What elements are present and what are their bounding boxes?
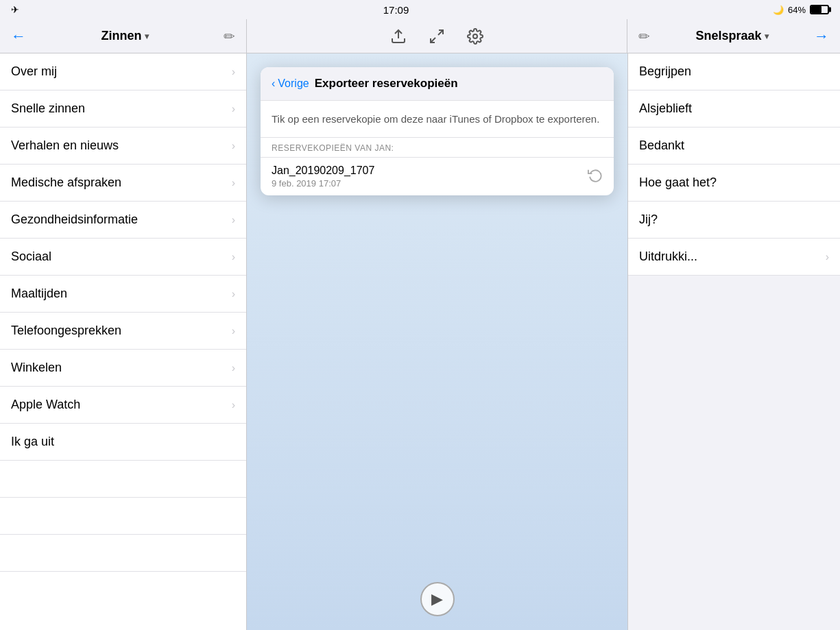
sidebar-item-winkelen[interactable]: Winkelen › [0, 350, 246, 387]
status-right: 🌙 64% [773, 5, 829, 15]
sidebar-item-empty-2 [0, 498, 246, 535]
zinnen-dropdown-arrow[interactable]: ▾ [145, 32, 149, 41]
right-item-alsjeblieft[interactable]: Alsjeblieft [628, 90, 840, 128]
chevron-icon: › [232, 399, 235, 411]
chevron-icon: › [232, 251, 235, 263]
clock: 17:09 [383, 4, 409, 16]
main-layout: ← Zinnen ▾ ✏ [0, 19, 840, 630]
export-section-header: RESERVEKOPIEËN VAN JAN: [261, 138, 614, 157]
sidebar-item-empty-3 [0, 535, 246, 572]
svg-line-1 [438, 30, 443, 35]
svg-point-3 [473, 34, 477, 38]
left-toolbar: ← Zinnen ▾ ✏ [0, 19, 247, 53]
sidebar-item-ik-ga-uit[interactable]: Ik ga uit [0, 424, 246, 461]
export-header: ‹ Vorige Exporteer reservekopieën [261, 67, 614, 101]
sidebar-item-over-mij[interactable]: Over mij › [0, 53, 246, 90]
right-chevron-icon: › [826, 251, 829, 263]
chevron-icon: › [232, 66, 235, 78]
gear-button[interactable] [463, 24, 488, 49]
sidebar-item-gezondheid[interactable]: Gezondheidsinformatie › [0, 202, 246, 239]
back-chevron-icon: ‹ [272, 77, 275, 90]
forward-icon[interactable]: → [814, 27, 829, 45]
moon-icon: 🌙 [773, 5, 784, 15]
right-edit-icon[interactable]: ✏ [638, 28, 650, 45]
svg-line-2 [431, 38, 435, 43]
right-toolbar: ✏ Snelspraak ▾ → [627, 19, 840, 53]
chevron-icon: › [232, 214, 235, 226]
sidebar-item-empty-1 [0, 461, 246, 498]
snelspraak-title: Snelspraak ▾ [695, 29, 768, 43]
chevron-icon: › [232, 103, 235, 115]
sidebar-item-maaltijden[interactable]: Maaltijden › [0, 276, 246, 313]
chevron-icon: › [232, 325, 235, 337]
sidebar-item-apple-watch[interactable]: Apple Watch › [0, 387, 246, 424]
sidebar-item-snelle-zinnen[interactable]: Snelle zinnen › [0, 90, 246, 128]
snelspraak-dropdown-arrow[interactable]: ▾ [765, 32, 769, 41]
chevron-icon: › [232, 288, 235, 300]
export-description: Tik op een reservekopie om deze naar iTu… [261, 101, 614, 138]
export-back-button[interactable]: ‹ Vorige [272, 77, 309, 90]
middle-panel: ‹ Vorige Exporteer reservekopieën Tik op… [247, 53, 627, 630]
left-sidebar: Over mij › Snelle zinnen › Verhalen en n… [0, 53, 247, 630]
right-item-jij[interactable]: Jij? [628, 202, 840, 239]
sidebar-item-medische[interactable]: Medische afspraken › [0, 165, 246, 202]
backup-date: 9 feb. 2019 17:07 [272, 178, 588, 189]
zinnen-title: Zinnen ▾ [101, 29, 149, 43]
history-icon [588, 167, 603, 186]
chevron-icon: › [232, 362, 235, 374]
middle-toolbar [247, 19, 627, 53]
right-item-begrijpen[interactable]: Begrijpen [628, 53, 840, 90]
sidebar-item-verhalen[interactable]: Verhalen en nieuws › [0, 128, 246, 165]
right-item-uitdrukki[interactable]: Uitdrukki... › [628, 239, 840, 276]
play-icon: ▶ [431, 590, 443, 608]
export-title: Exporteer reservekopieën [315, 77, 458, 90]
export-panel: ‹ Vorige Exporteer reservekopieën Tik op… [261, 67, 614, 195]
expand-button[interactable] [424, 24, 449, 49]
sidebar-item-sociaal[interactable]: Sociaal › [0, 239, 246, 276]
chevron-icon: › [232, 177, 235, 189]
export-backup-item[interactable]: Jan_20190209_1707 9 feb. 2019 17:07 [261, 157, 614, 195]
battery-icon [810, 5, 829, 14]
battery-label: 64% [788, 5, 806, 15]
airplane-icon: ✈ [11, 4, 19, 15]
top-toolbar: ← Zinnen ▾ ✏ [0, 19, 840, 53]
left-edit-icon[interactable]: ✏ [224, 28, 235, 45]
content-area: Over mij › Snelle zinnen › Verhalen en n… [0, 53, 840, 630]
right-item-bedankt[interactable]: Bedankt [628, 128, 840, 165]
play-button[interactable]: ▶ [420, 582, 455, 616]
right-item-hoe-gaat-het[interactable]: Hoe gaat het? [628, 165, 840, 202]
right-panel: Begrijpen Alsjeblieft Bedankt Hoe gaat h… [627, 53, 840, 630]
backup-info: Jan_20190209_1707 9 feb. 2019 17:07 [272, 165, 588, 189]
backup-name: Jan_20190209_1707 [272, 165, 588, 177]
upload-button[interactable] [386, 24, 411, 49]
sidebar-item-telefoongesprekken[interactable]: Telefoongesprekken › [0, 313, 246, 350]
back-icon[interactable]: ← [11, 27, 26, 45]
status-bar: ✈ 17:09 🌙 64% [0, 0, 840, 19]
chevron-icon: › [232, 140, 235, 152]
